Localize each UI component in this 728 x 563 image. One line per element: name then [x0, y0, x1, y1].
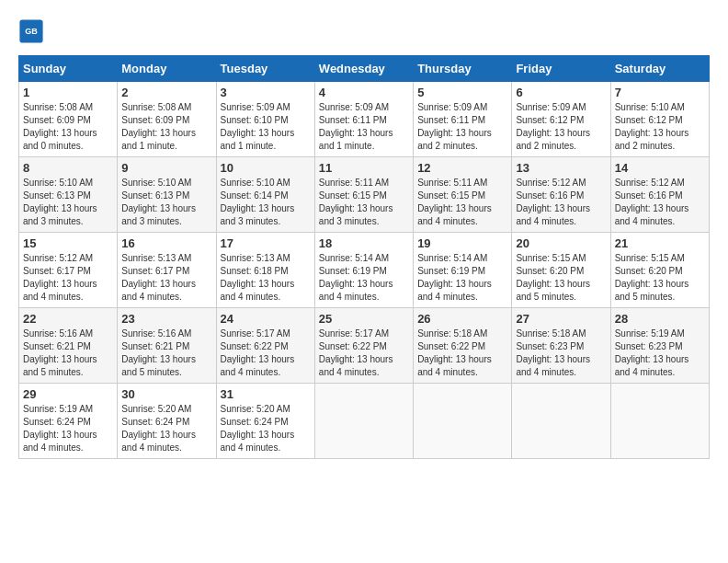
calendar-cell: 18 Sunrise: 5:14 AM Sunset: 6:19 PM Dayl…: [314, 233, 413, 308]
calendar-cell: 13 Sunrise: 5:12 AM Sunset: 6:16 PM Dayl…: [512, 157, 610, 233]
logo-icon: GB: [18, 18, 44, 44]
day-number: 31: [221, 387, 311, 401]
day-info: Sunrise: 5:11 AM Sunset: 6:15 PM Dayligh…: [319, 177, 409, 228]
calendar-cell: 14 Sunrise: 5:12 AM Sunset: 6:16 PM Dayl…: [610, 157, 709, 233]
logo: GB: [18, 18, 48, 44]
calendar-week-2: 8 Sunrise: 5:10 AM Sunset: 6:13 PM Dayli…: [19, 157, 710, 233]
day-info: Sunrise: 5:15 AM Sunset: 6:20 PM Dayligh…: [516, 252, 606, 304]
calendar-cell: 12 Sunrise: 5:11 AM Sunset: 6:15 PM Dayl…: [414, 157, 512, 233]
day-number: 10: [221, 161, 311, 175]
day-info: Sunrise: 5:10 AM Sunset: 6:14 PM Dayligh…: [221, 177, 311, 228]
day-info: Sunrise: 5:17 AM Sunset: 6:22 PM Dayligh…: [221, 327, 311, 379]
day-info: Sunrise: 5:19 AM Sunset: 6:24 PM Dayligh…: [23, 403, 113, 454]
weekday-header-friday: Friday: [512, 56, 610, 82]
day-info: Sunrise: 5:09 AM Sunset: 6:11 PM Dayligh…: [319, 101, 409, 153]
day-info: Sunrise: 5:14 AM Sunset: 6:19 PM Dayligh…: [417, 252, 507, 304]
day-number: 19: [417, 236, 507, 250]
calendar-cell: 22 Sunrise: 5:16 AM Sunset: 6:21 PM Dayl…: [19, 308, 118, 384]
calendar-cell: [314, 384, 413, 459]
calendar-cell: 15 Sunrise: 5:12 AM Sunset: 6:17 PM Dayl…: [19, 233, 118, 308]
day-number: 24: [221, 312, 311, 326]
weekday-header-tuesday: Tuesday: [216, 56, 314, 82]
day-number: 5: [417, 86, 507, 99]
calendar-cell: 24 Sunrise: 5:17 AM Sunset: 6:22 PM Dayl…: [216, 308, 314, 384]
day-number: 7: [615, 86, 705, 99]
day-info: Sunrise: 5:13 AM Sunset: 6:17 PM Dayligh…: [121, 252, 211, 304]
day-number: 26: [417, 312, 507, 326]
day-info: Sunrise: 5:19 AM Sunset: 6:23 PM Dayligh…: [615, 327, 705, 379]
calendar-cell: 23 Sunrise: 5:16 AM Sunset: 6:21 PM Dayl…: [118, 308, 216, 384]
day-info: Sunrise: 5:20 AM Sunset: 6:24 PM Dayligh…: [121, 403, 211, 454]
calendar-cell: 21 Sunrise: 5:15 AM Sunset: 6:20 PM Dayl…: [610, 233, 709, 308]
calendar-cell: 16 Sunrise: 5:13 AM Sunset: 6:17 PM Dayl…: [118, 233, 216, 308]
day-number: 3: [221, 86, 311, 99]
day-number: 29: [23, 387, 113, 401]
calendar-cell: 10 Sunrise: 5:10 AM Sunset: 6:14 PM Dayl…: [216, 157, 314, 233]
day-number: 20: [516, 236, 606, 250]
day-info: Sunrise: 5:18 AM Sunset: 6:23 PM Dayligh…: [516, 327, 606, 379]
calendar-week-4: 22 Sunrise: 5:16 AM Sunset: 6:21 PM Dayl…: [19, 308, 710, 384]
day-number: 18: [319, 236, 409, 250]
day-number: 8: [23, 161, 113, 175]
day-number: 11: [319, 161, 409, 175]
day-info: Sunrise: 5:11 AM Sunset: 6:15 PM Dayligh…: [417, 177, 507, 228]
calendar-week-1: 1 Sunrise: 5:08 AM Sunset: 6:09 PM Dayli…: [19, 82, 710, 157]
day-number: 14: [615, 161, 705, 175]
calendar-cell: 19 Sunrise: 5:14 AM Sunset: 6:19 PM Dayl…: [414, 233, 512, 308]
day-number: 15: [23, 236, 113, 250]
day-number: 30: [121, 387, 211, 401]
calendar-cell: 2 Sunrise: 5:08 AM Sunset: 6:09 PM Dayli…: [118, 82, 216, 157]
day-info: Sunrise: 5:08 AM Sunset: 6:09 PM Dayligh…: [23, 101, 113, 153]
day-number: 9: [121, 161, 211, 175]
day-number: 28: [615, 312, 705, 326]
calendar-cell: 27 Sunrise: 5:18 AM Sunset: 6:23 PM Dayl…: [512, 308, 610, 384]
day-number: 12: [417, 161, 507, 175]
day-number: 23: [121, 312, 211, 326]
calendar-cell: 26 Sunrise: 5:18 AM Sunset: 6:22 PM Dayl…: [414, 308, 512, 384]
day-info: Sunrise: 5:18 AM Sunset: 6:22 PM Dayligh…: [417, 327, 507, 379]
calendar-cell: 5 Sunrise: 5:09 AM Sunset: 6:11 PM Dayli…: [414, 82, 512, 157]
day-info: Sunrise: 5:08 AM Sunset: 6:09 PM Dayligh…: [121, 101, 211, 153]
calendar-cell: 1 Sunrise: 5:08 AM Sunset: 6:09 PM Dayli…: [19, 82, 118, 157]
day-info: Sunrise: 5:10 AM Sunset: 6:13 PM Dayligh…: [121, 177, 211, 228]
calendar-cell: 9 Sunrise: 5:10 AM Sunset: 6:13 PM Dayli…: [118, 157, 216, 233]
day-number: 1: [23, 86, 113, 99]
day-number: 21: [615, 236, 705, 250]
calendar-cell: 3 Sunrise: 5:09 AM Sunset: 6:10 PM Dayli…: [216, 82, 314, 157]
day-number: 25: [319, 312, 409, 326]
day-info: Sunrise: 5:12 AM Sunset: 6:17 PM Dayligh…: [23, 252, 113, 304]
header: GB: [18, 18, 710, 44]
day-info: Sunrise: 5:10 AM Sunset: 6:13 PM Dayligh…: [23, 177, 113, 228]
day-info: Sunrise: 5:20 AM Sunset: 6:24 PM Dayligh…: [221, 403, 311, 454]
day-number: 27: [516, 312, 606, 326]
day-info: Sunrise: 5:15 AM Sunset: 6:20 PM Dayligh…: [615, 252, 705, 304]
calendar-cell: 29 Sunrise: 5:19 AM Sunset: 6:24 PM Dayl…: [19, 384, 118, 459]
calendar-cell: [610, 384, 709, 459]
day-number: 16: [121, 236, 211, 250]
day-number: 2: [121, 86, 211, 99]
weekday-header-saturday: Saturday: [610, 56, 709, 82]
day-info: Sunrise: 5:16 AM Sunset: 6:21 PM Dayligh…: [121, 327, 211, 379]
day-number: 13: [516, 161, 606, 175]
calendar-cell: 17 Sunrise: 5:13 AM Sunset: 6:18 PM Dayl…: [216, 233, 314, 308]
day-info: Sunrise: 5:16 AM Sunset: 6:21 PM Dayligh…: [23, 327, 113, 379]
calendar-cell: 6 Sunrise: 5:09 AM Sunset: 6:12 PM Dayli…: [512, 82, 610, 157]
day-number: 6: [516, 86, 606, 99]
calendar-cell: 30 Sunrise: 5:20 AM Sunset: 6:24 PM Dayl…: [118, 384, 216, 459]
weekday-header-row: SundayMondayTuesdayWednesdayThursdayFrid…: [19, 56, 710, 82]
day-number: 4: [319, 86, 409, 99]
svg-text:GB: GB: [25, 27, 38, 36]
calendar-cell: 7 Sunrise: 5:10 AM Sunset: 6:12 PM Dayli…: [610, 82, 709, 157]
calendar-cell: 4 Sunrise: 5:09 AM Sunset: 6:11 PM Dayli…: [314, 82, 413, 157]
day-info: Sunrise: 5:12 AM Sunset: 6:16 PM Dayligh…: [516, 177, 606, 228]
calendar-cell: [414, 384, 512, 459]
day-number: 22: [23, 312, 113, 326]
calendar-cell: 25 Sunrise: 5:17 AM Sunset: 6:22 PM Dayl…: [314, 308, 413, 384]
day-info: Sunrise: 5:17 AM Sunset: 6:22 PM Dayligh…: [319, 327, 409, 379]
day-number: 17: [221, 236, 311, 250]
calendar-table: SundayMondayTuesdayWednesdayThursdayFrid…: [18, 55, 710, 459]
day-info: Sunrise: 5:13 AM Sunset: 6:18 PM Dayligh…: [221, 252, 311, 304]
calendar-cell: 20 Sunrise: 5:15 AM Sunset: 6:20 PM Dayl…: [512, 233, 610, 308]
day-info: Sunrise: 5:12 AM Sunset: 6:16 PM Dayligh…: [615, 177, 705, 228]
calendar-week-5: 29 Sunrise: 5:19 AM Sunset: 6:24 PM Dayl…: [19, 384, 710, 459]
